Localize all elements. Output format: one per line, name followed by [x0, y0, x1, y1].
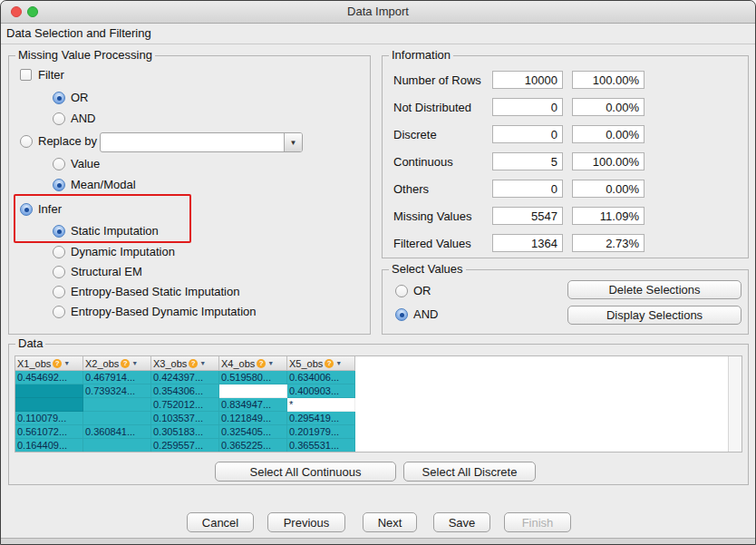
table-cell[interactable]: 0.325405...	[219, 425, 287, 439]
table-row: 0.752012...0.834947...*	[15, 398, 741, 412]
column-header[interactable]: X5_obs?▼	[287, 356, 355, 371]
info-row-value-field[interactable]: 0	[492, 125, 563, 143]
info-row-value-field[interactable]: 5	[492, 152, 563, 170]
chevron-down-icon: ▼	[290, 139, 297, 147]
table-header-row: X1_obs?▼X2_obs?▼X3_obs?▼X4_obs?▼X5_obs?▼	[15, 356, 741, 371]
table-cell[interactable]: 0.110079...	[15, 412, 83, 425]
replace-by-label: Replace by :	[38, 134, 103, 148]
column-dropdown-icon[interactable]: ▼	[335, 360, 342, 366]
table-cell[interactable]	[83, 412, 151, 425]
info-row-value-field[interactable]: 0	[492, 180, 563, 198]
information-group: Information Number of Rows10000100.00%No…	[382, 55, 749, 258]
column-header[interactable]: X2_obs?▼	[83, 356, 151, 371]
filter-and-label: AND	[71, 112, 95, 125]
info-row-label: Continuous	[393, 155, 453, 169]
info-row-percent-field[interactable]: 0.00%	[572, 180, 645, 198]
column-dropdown-icon[interactable]: ▼	[267, 360, 274, 366]
replace-by-radio[interactable]	[20, 135, 33, 148]
filter-and-radio[interactable]	[53, 112, 65, 125]
filter-or-radio[interactable]	[53, 92, 65, 104]
table-cell[interactable]	[83, 398, 151, 412]
table-cell[interactable]: 0.454692...	[15, 371, 83, 384]
info-row-percent-field[interactable]: 2.73%	[572, 234, 645, 252]
select-all-continuous-button[interactable]: Select All Continuous	[215, 462, 396, 482]
table-cell[interactable]: 0.467914...	[83, 371, 151, 384]
table-row: 0.164409...0.259557...0.365225...0.36553…	[15, 439, 741, 453]
entropy-dynamic-radio[interactable]	[53, 306, 65, 318]
table-cell[interactable]: 0.365531...	[287, 439, 355, 453]
info-row: Not Distributed00.00%	[383, 98, 748, 116]
table-cell[interactable]: 0.519580...	[219, 371, 287, 384]
entropy-static-radio[interactable]	[53, 286, 65, 298]
missing-value-processing-group: Missing Value Processing Filter OR AND R…	[8, 55, 371, 335]
table-cell[interactable]: 0.360841...	[83, 425, 151, 439]
table-cell[interactable]: 0.295419...	[287, 412, 355, 425]
table-cell[interactable]: 0.739324...	[83, 384, 151, 398]
table-cell[interactable]	[219, 384, 287, 398]
select-values-or-radio[interactable]	[395, 285, 408, 297]
info-row-percent-field[interactable]: 100.00%	[572, 71, 645, 89]
table-row: 0.110079...0.103537...0.121849...0.29541…	[15, 412, 741, 425]
column-dropdown-icon[interactable]: ▼	[199, 360, 206, 366]
title-bar[interactable]: Data Import	[1, 1, 755, 24]
table-cell[interactable]: 0.424397...	[151, 371, 219, 384]
select-values-legend: Select Values	[389, 262, 466, 276]
info-row-value-field[interactable]: 5547	[492, 207, 563, 225]
table-cell[interactable]	[83, 439, 151, 453]
table-cell[interactable]: *	[287, 398, 355, 412]
table-cell[interactable]	[15, 398, 83, 412]
info-row-percent-field[interactable]: 0.00%	[572, 98, 645, 116]
structural-em-radio[interactable]	[53, 266, 65, 278]
column-type-icon: ?	[189, 359, 198, 368]
table-cell[interactable]: 0.752012...	[151, 398, 219, 412]
table-cell[interactable]: 0.834947...	[219, 398, 287, 412]
table-cell[interactable]: 0.103537...	[151, 412, 219, 425]
column-header[interactable]: X3_obs?▼	[151, 356, 219, 371]
table-cell[interactable]	[15, 384, 83, 398]
mean-modal-radio[interactable]	[53, 179, 65, 191]
value-radio[interactable]	[53, 158, 65, 170]
dynamic-imputation-radio[interactable]	[53, 246, 65, 258]
delete-selections-button[interactable]: Delete Selections	[567, 280, 741, 299]
table-cell[interactable]: 0.400903...	[287, 384, 355, 398]
table-cell[interactable]: 0.634006...	[287, 371, 355, 384]
column-dropdown-icon[interactable]: ▼	[131, 360, 138, 366]
data-legend: Data	[15, 336, 45, 350]
table-cell[interactable]: 0.121849...	[219, 412, 287, 425]
highlight-annotation	[14, 194, 191, 243]
table-cell[interactable]: 0.201979...	[287, 425, 355, 439]
next-button[interactable]: Next	[363, 512, 417, 532]
info-row-percent-field[interactable]: 11.09%	[572, 207, 645, 225]
save-button[interactable]: Save	[433, 512, 490, 532]
data-import-window: Data Import Data Selection and Filtering…	[0, 0, 756, 545]
table-cell[interactable]: 0.365225...	[219, 439, 287, 453]
window-resize-strip	[1, 538, 755, 545]
column-header[interactable]: X1_obs?▼	[15, 356, 83, 371]
info-row-percent-field[interactable]: 0.00%	[572, 125, 645, 143]
column-header[interactable]: X4_obs?▼	[219, 356, 287, 371]
replace-by-dropdown[interactable]: ▼	[100, 132, 303, 152]
table-cell[interactable]: 0.259557...	[151, 439, 219, 453]
dropdown-button[interactable]: ▼	[284, 133, 302, 151]
table-cell[interactable]: 0.561072...	[15, 425, 83, 439]
table-cell[interactable]: 0.354306...	[151, 384, 219, 398]
info-row-value-field[interactable]: 10000	[492, 71, 563, 89]
data-group: Data X1_obs?▼X2_obs?▼X3_obs?▼X4_obs?▼X5_…	[8, 344, 749, 485]
info-row: Continuous5100.00%	[383, 152, 748, 170]
select-all-discrete-button[interactable]: Select All Discrete	[403, 462, 536, 482]
info-row-value-field[interactable]: 1364	[492, 234, 563, 252]
table-cell[interactable]: 0.164409...	[15, 439, 83, 453]
filter-checkbox[interactable]	[20, 69, 32, 81]
cancel-button[interactable]: Cancel	[187, 512, 254, 532]
info-row-percent-field[interactable]: 100.00%	[572, 152, 645, 170]
previous-button[interactable]: Previous	[267, 512, 345, 532]
column-dropdown-icon[interactable]: ▼	[63, 360, 70, 366]
display-selections-button[interactable]: Display Selections	[567, 306, 741, 325]
entropy-dynamic-label: Entropy-Based Dynamic Imputation	[71, 305, 256, 318]
info-row-value-field[interactable]: 0	[492, 98, 563, 116]
select-values-and-radio[interactable]	[395, 308, 408, 321]
table-cell[interactable]: 0.305183...	[151, 425, 219, 439]
info-row: Filtered Values13642.73%	[383, 234, 748, 252]
table-body: 0.454692...0.467914...0.424397...0.51958…	[15, 371, 741, 453]
vertical-scrollbar[interactable]	[728, 356, 741, 452]
